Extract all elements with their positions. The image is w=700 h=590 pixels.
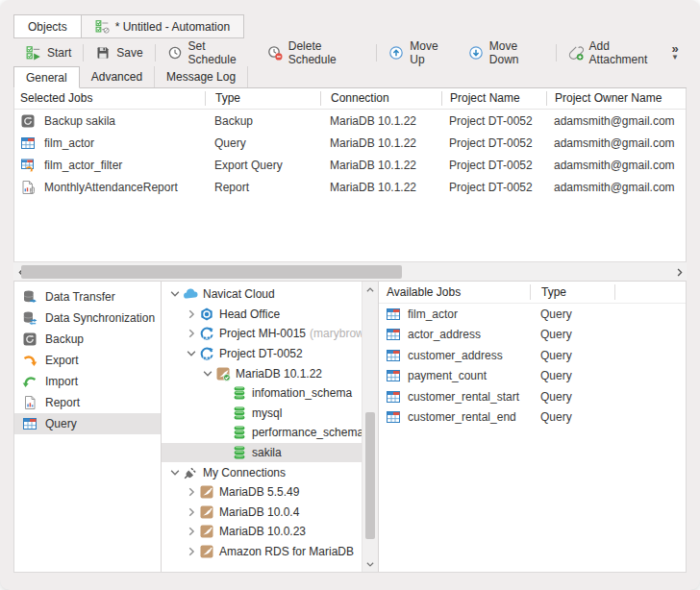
- tree-expander-icon[interactable]: [184, 347, 199, 360]
- category-item[interactable]: Import: [14, 371, 161, 392]
- tree-item-owner-suffix: (marybrow: [310, 327, 362, 340]
- tree-expander-icon[interactable]: [184, 307, 199, 321]
- available-job-type: Query: [530, 328, 614, 341]
- tab-untitled-automation[interactable]: * Untitled - Automation: [82, 14, 244, 38]
- column-header-selected-jobs[interactable]: Selected Jobs: [14, 91, 205, 106]
- available-job-row[interactable]: payment_count Query: [379, 366, 686, 387]
- tree-item[interactable]: Navicat Cloud: [162, 284, 362, 305]
- tree-expander-icon[interactable]: [216, 426, 232, 439]
- tree-expander-icon[interactable]: [184, 545, 199, 558]
- tree-expander-icon[interactable]: [184, 327, 199, 340]
- tree-item[interactable]: MariaDB 5.5.49: [162, 482, 362, 503]
- tab-message-log[interactable]: Message Log: [155, 66, 248, 87]
- tree-scrollbar-thumb[interactable]: [365, 412, 375, 539]
- horizontal-scrollbar[interactable]: [13, 261, 687, 281]
- job-project-owner: adamsmith@gmail.com: [546, 136, 686, 150]
- add-attachment-button[interactable]: Add Attachment: [560, 41, 672, 64]
- column-header-available-jobs[interactable]: Available Jobs: [379, 284, 530, 300]
- tree-item[interactable]: infomation_schema: [162, 383, 362, 404]
- tree-item[interactable]: mysql: [162, 404, 362, 424]
- tree-item[interactable]: MariaDB 10.0.23: [162, 522, 362, 542]
- view-subtabs: General Advanced Message Log: [13, 66, 687, 88]
- tree-expander-icon[interactable]: [184, 485, 199, 499]
- column-header-type[interactable]: Type: [205, 91, 320, 106]
- start-button[interactable]: Start: [17, 41, 80, 64]
- tree-item[interactable]: performance_schema: [162, 423, 362, 443]
- tree-item-icon: [199, 524, 214, 539]
- available-job-row[interactable]: customer_address Query: [379, 345, 686, 366]
- tree-item-label: MariaDB 10.1.22: [236, 367, 322, 381]
- toolbar-separator: [556, 44, 557, 61]
- tree-item[interactable]: Project DT-0052: [162, 344, 362, 364]
- column-header-project-name[interactable]: Project Name: [441, 91, 546, 106]
- category-item[interactable]: Data Synchronization: [14, 307, 161, 329]
- column-header-connection[interactable]: Connection: [320, 91, 441, 106]
- delete-schedule-button[interactable]: Delete Schedule: [259, 41, 374, 64]
- tree-item-label: MariaDB 10.0.4: [219, 505, 299, 519]
- tree-item[interactable]: Project MH-0015 (marybrow: [162, 324, 362, 344]
- category-label: Query: [45, 417, 77, 430]
- bottom-panels: Data Transfer Data Synchronization Backu…: [13, 281, 687, 573]
- tree-vertical-scrollbar[interactable]: [362, 282, 378, 572]
- tree-expander-icon[interactable]: [167, 287, 183, 301]
- tree-expander-icon[interactable]: [216, 386, 232, 400]
- tree-expander-icon[interactable]: [216, 446, 232, 459]
- tab-message-log-label: Message Log: [166, 70, 236, 84]
- column-header-project-owner-name[interactable]: Project Owner Name: [546, 91, 686, 106]
- category-icon: [22, 332, 38, 347]
- tab-objects[interactable]: Objects: [13, 14, 82, 38]
- selected-job-row[interactable]: film_actor Query MariaDB 10.1.22 Project…: [14, 132, 686, 154]
- available-job-row[interactable]: customer_rental_start Query: [379, 386, 686, 407]
- column-header-available-type[interactable]: Type: [530, 284, 614, 300]
- tree-item[interactable]: MariaDB 10.0.4: [162, 503, 362, 523]
- category-item[interactable]: Data Transfer: [14, 286, 161, 307]
- category-item[interactable]: Report: [14, 392, 161, 413]
- tab-advanced-label: Advanced: [91, 70, 142, 84]
- available-job-row[interactable]: film_actor Query: [379, 304, 686, 325]
- query-icon: [386, 409, 401, 425]
- tab-advanced[interactable]: Advanced: [80, 66, 155, 87]
- set-schedule-button[interactable]: Set Schedule: [159, 41, 259, 64]
- tree-expander-icon[interactable]: [167, 466, 183, 479]
- tree-expander-icon[interactable]: [216, 406, 232, 420]
- available-jobs-body: film_actor Query actor_address Query: [379, 304, 686, 428]
- scroll-right-arrow[interactable]: [672, 264, 686, 280]
- tree-item[interactable]: Head Office: [162, 305, 362, 325]
- job-project-name: Project DT-0052: [441, 136, 546, 150]
- tab-general[interactable]: General: [13, 66, 80, 88]
- category-icon: [22, 289, 38, 305]
- category-label: Export: [45, 354, 79, 367]
- toolbar-overflow-button[interactable]: » ▼: [671, 44, 683, 61]
- horizontal-scrollbar-thumb[interactable]: [21, 265, 402, 279]
- job-project-owner: adamsmith@gmail.com: [546, 159, 686, 172]
- available-job-row[interactable]: actor_address Query: [379, 325, 686, 346]
- available-job-name: payment_count: [408, 369, 487, 382]
- tree-expander-icon[interactable]: [184, 525, 199, 538]
- tree-item-icon: [199, 504, 214, 520]
- available-job-row[interactable]: customer_rental_end Query: [379, 407, 686, 429]
- category-icon: [22, 310, 38, 326]
- selected-job-row[interactable]: film_actor_filter Export Query MariaDB 1…: [14, 154, 686, 176]
- delete-schedule-icon: [267, 45, 283, 61]
- job-type: Backup: [205, 114, 320, 128]
- tree-item[interactable]: MariaDB 10.1.22: [162, 363, 362, 383]
- tree-item[interactable]: sakila: [162, 443, 362, 463]
- category-icon: [22, 395, 38, 410]
- tree-item[interactable]: Amazon RDS for MariaDB: [162, 542, 362, 562]
- category-item[interactable]: Query: [14, 413, 161, 434]
- tree-expander-icon[interactable]: [184, 505, 199, 519]
- query-icon: [386, 389, 401, 405]
- chevron-right-icon: [674, 267, 685, 278]
- job-project-name: Project DT-0052: [441, 159, 546, 172]
- move-up-button[interactable]: Move Up: [380, 41, 460, 64]
- tree-item[interactable]: My Connections: [162, 462, 362, 482]
- move-down-button[interactable]: Move Down: [460, 41, 553, 64]
- scroll-down-arrow[interactable]: [362, 556, 378, 571]
- scroll-up-arrow[interactable]: [362, 283, 378, 297]
- selected-job-row[interactable]: Backup sakila Backup MariaDB 10.1.22 Pro…: [14, 110, 686, 132]
- category-item[interactable]: Backup: [14, 329, 161, 350]
- save-button[interactable]: Save: [87, 41, 151, 64]
- selected-job-row[interactable]: MonthlyAttendanceReport Report MariaDB 1…: [14, 176, 686, 198]
- category-item[interactable]: Export: [14, 350, 161, 371]
- tree-expander-icon[interactable]: [200, 367, 215, 381]
